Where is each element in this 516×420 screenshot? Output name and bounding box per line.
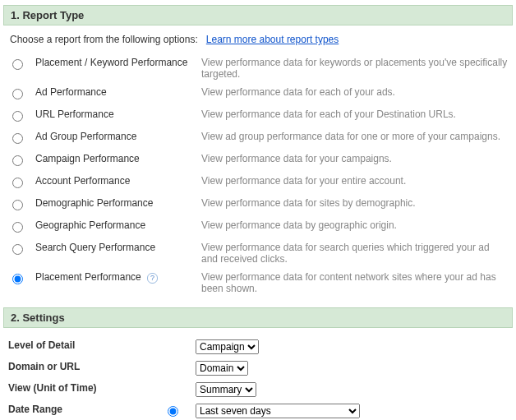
report-radio[interactable] [12, 274, 23, 284]
report-desc: View performance data for sites by demog… [196, 194, 513, 216]
report-option-ad[interactable]: Ad Performance View performance data for… [3, 83, 513, 105]
domain-or-url-select[interactable]: Domain [196, 361, 248, 376]
report-desc: View performance data for each of your a… [196, 83, 513, 105]
report-option-geographic[interactable]: Geographic Performance View performance … [3, 216, 513, 238]
report-label: Placement Performance ? [30, 268, 196, 298]
report-radio[interactable] [12, 111, 23, 122]
report-desc: View performance data for keywords or pl… [196, 53, 513, 83]
date-range-label: Date Range [3, 400, 153, 420]
report-label-text: Placement Performance [35, 271, 141, 283]
report-desc: View performance data by geographic orig… [196, 216, 513, 238]
report-radio[interactable] [12, 200, 23, 210]
report-desc: View performance data for your campaigns… [196, 150, 513, 172]
report-radio[interactable] [12, 133, 23, 144]
report-label: Ad Performance [30, 83, 196, 105]
report-type-list: Placement / Keyword Performance View per… [3, 53, 513, 298]
report-label: Campaign Performance [30, 150, 196, 172]
section-header-settings: 2. Settings [3, 307, 513, 328]
report-label: URL Performance [30, 105, 196, 127]
report-option-placement[interactable]: Placement Performance ? View performance… [3, 268, 513, 298]
report-desc: View performance data for search queries… [196, 238, 513, 268]
report-label: Placement / Keyword Performance [30, 53, 196, 83]
report-option-demographic[interactable]: Demographic Performance View performance… [3, 194, 513, 216]
report-option-search-query[interactable]: Search Query Performance View performanc… [3, 238, 513, 268]
report-option-ad-group[interactable]: Ad Group Performance View ad group perfo… [3, 127, 513, 150]
report-radio[interactable] [12, 59, 23, 70]
report-radio[interactable] [12, 178, 23, 188]
report-label: Ad Group Performance [30, 127, 196, 150]
help-icon[interactable]: ? [147, 273, 158, 284]
report-desc: View performance data for each of your D… [196, 105, 513, 127]
domain-or-url-label: Domain or URL [3, 358, 153, 379]
report-label: Search Query Performance [30, 238, 196, 268]
date-range-preset-radio[interactable] [168, 406, 178, 417]
level-of-detail-select[interactable]: Campaign [196, 339, 259, 354]
view-label: View (Unit of Time) [3, 379, 153, 400]
report-label: Geographic Performance [30, 216, 196, 238]
level-of-detail-label: Level of Detail [3, 336, 153, 358]
report-option-campaign[interactable]: Campaign Performance View performance da… [3, 150, 513, 172]
report-radio[interactable] [12, 222, 23, 233]
report-label: Demographic Performance [30, 194, 196, 216]
report-option-placement-keyword[interactable]: Placement / Keyword Performance View per… [3, 53, 513, 83]
intro-text: Choose a report from the following optio… [10, 34, 198, 45]
report-radio[interactable] [12, 244, 23, 255]
report-desc: View ad group performance data for one o… [196, 127, 513, 150]
report-desc: View performance data for your entire ac… [196, 172, 513, 194]
report-desc: View performance data for content networ… [196, 268, 513, 298]
report-option-account[interactable]: Account Performance View performance dat… [3, 172, 513, 194]
view-select[interactable]: Summary [196, 382, 256, 397]
date-range-preset-select[interactable]: Last seven days [196, 404, 360, 418]
learn-more-link[interactable]: Learn more about report types [206, 34, 339, 45]
section-header-report-type: 1. Report Type [3, 5, 513, 25]
settings-panel: Level of Detail Campaign Domain or URL D… [3, 336, 513, 420]
report-label: Account Performance [30, 172, 196, 194]
report-radio[interactable] [12, 89, 23, 99]
report-radio[interactable] [12, 155, 23, 166]
report-option-url[interactable]: URL Performance View performance data fo… [3, 105, 513, 127]
